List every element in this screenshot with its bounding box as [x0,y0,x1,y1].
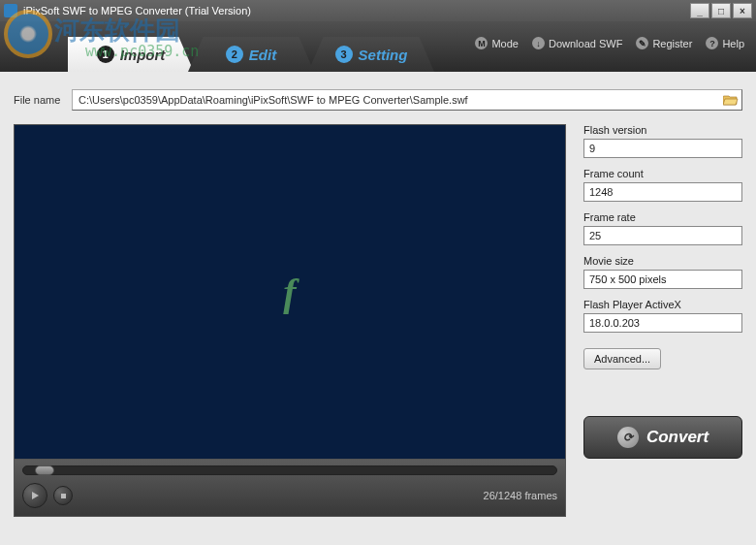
browse-button[interactable] [722,92,740,108]
main-panel: File name C:\Users\pc0359\AppData\Roamin… [0,72,756,545]
prop-flash-version: Flash version 9 [583,124,742,158]
prop-value: 25 [583,226,742,245]
prop-value: 18.0.0.203 [583,313,742,333]
toolbar-label: Register [652,38,692,49]
download-icon: ↓ [532,37,545,49]
close-button[interactable]: × [733,3,752,18]
tab-edit[interactable]: 2 Edit [188,37,314,72]
tab-label: Setting [359,47,408,63]
control-row: 26/1248 frames [22,483,557,508]
prop-value: 9 [583,139,742,158]
prop-frame-count: Frame count 1248 [583,168,742,202]
tab-number: 2 [226,46,243,63]
toolbar-label: Help [722,38,744,49]
play-button[interactable] [22,483,47,508]
svg-rect-0 [61,494,66,498]
help-icon: ? [706,37,718,49]
mode-icon: M [475,37,488,49]
preview-viewport: f [14,124,566,460]
properties-panel: Flash version 9 Frame count 1248 Frame r… [583,124,742,517]
tab-import[interactable]: 1 Import [68,37,194,72]
register-icon: ✎ [636,37,648,49]
stop-icon [60,493,67,499]
tab-label: Edit [249,47,276,63]
advanced-button[interactable]: Advanced... [583,348,661,369]
stop-button[interactable] [53,486,73,505]
tab-label: Import [120,47,166,63]
toolbar-label: Download SWF [549,38,622,49]
prop-value: 750 x 500 pixels [583,270,742,289]
prop-flash-player-activex: Flash Player ActiveX 18.0.0.203 [583,299,742,333]
tab-setting[interactable]: 3 Setting [308,37,434,72]
toolbar: M Mode ↓ Download SWF ✎ Register ? Help [475,37,744,49]
frame-counter: 26/1248 frames [484,490,557,501]
convert-button[interactable]: ⟳ Convert [583,416,742,459]
register-button[interactable]: ✎ Register [636,37,692,49]
play-icon [30,491,40,500]
flash-logo-icon: f [283,270,296,315]
folder-open-icon [723,94,739,106]
tab-number: 1 [97,46,114,63]
tab-number: 3 [335,46,353,63]
prop-label: Frame count [583,168,742,179]
file-row: File name C:\Users\pc0359\AppData\Roamin… [14,89,742,111]
seek-handle[interactable] [35,465,54,475]
toolbar-label: Mode [491,38,519,49]
content-area: f 26/1248 frames Flash ver [14,124,742,517]
mode-button[interactable]: M Mode [475,37,519,49]
convert-label: Convert [646,428,709,447]
prop-frame-rate: Frame rate 25 [583,211,742,245]
top-bar: 1 Import 2 Edit 3 Setting M Mode ↓ Downl… [0,21,756,72]
app-icon [4,4,17,17]
seek-bar[interactable] [22,465,557,475]
title-bar: iPixSoft SWF to MPEG Converter (Trial Ve… [0,0,756,21]
prop-label: Flash Player ActiveX [583,299,742,310]
prop-value: 1248 [583,182,742,202]
convert-icon: ⟳ [617,427,639,448]
prop-label: Frame rate [583,211,742,223]
prop-label: Flash version [583,124,742,136]
window-title: iPixSoft SWF to MPEG Converter (Trial Ve… [23,5,688,16]
minimize-button[interactable]: _ [690,3,709,18]
file-name-label: File name [14,94,72,106]
player-controls: 26/1248 frames [14,460,566,517]
download-swf-button[interactable]: ↓ Download SWF [532,37,622,49]
file-path-text: C:\Users\pc0359\AppData\Roaming\iPixSoft… [79,94,468,106]
tab-strip: 1 Import 2 Edit 3 Setting [68,37,428,72]
maximize-button[interactable]: □ [711,3,731,18]
preview-column: f 26/1248 frames [14,124,566,517]
prop-movie-size: Movie size 750 x 500 pixels [583,255,742,289]
prop-label: Movie size [583,255,742,267]
file-path-field[interactable]: C:\Users\pc0359\AppData\Roaming\iPixSoft… [72,89,742,111]
help-button[interactable]: ? Help [706,37,744,49]
